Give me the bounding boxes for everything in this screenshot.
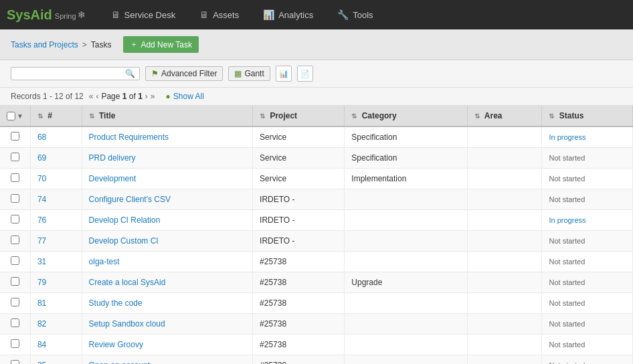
show-all-button[interactable]: ● Show All <box>166 92 204 101</box>
row-checkbox-cell[interactable] <box>0 148 30 169</box>
gantt-label: Gantt <box>244 69 264 78</box>
row-title[interactable]: Develop Custom CI <box>82 231 252 252</box>
row-checkbox[interactable] <box>11 298 19 306</box>
row-checkbox-cell[interactable] <box>0 314 30 335</box>
row-checkbox[interactable] <box>11 360 19 364</box>
next-page-button[interactable]: › <box>145 92 148 101</box>
row-id[interactable]: 69 <box>30 148 82 169</box>
row-title[interactable]: Develop CI Relation <box>82 210 252 231</box>
nav-label-analytics: Analytics <box>278 10 313 20</box>
row-id[interactable]: 82 <box>30 314 82 335</box>
add-new-task-button[interactable]: ＋ Add New Task <box>123 36 198 53</box>
row-checkbox[interactable] <box>11 194 19 203</box>
row-checkbox[interactable] <box>11 173 19 182</box>
nav-item-assets[interactable]: 🖥 Assets <box>187 0 251 29</box>
prev-page-button[interactable]: ‹ <box>96 92 98 101</box>
row-category: Implementation <box>345 169 468 189</box>
breadcrumb-separator: > <box>82 40 87 50</box>
row-title[interactable]: Review Groovy <box>82 335 252 355</box>
last-page-button[interactable]: » <box>151 92 155 101</box>
col-header-status[interactable]: ⇅ Status <box>542 106 633 126</box>
advanced-filter-button[interactable]: ⚑ Advanced Filter <box>145 66 223 81</box>
logo-spring: Spring <box>55 12 76 20</box>
row-id[interactable]: 74 <box>30 189 82 210</box>
nav-label-assets: Assets <box>213 10 239 20</box>
row-checkbox[interactable] <box>11 339 19 348</box>
row-title[interactable]: Product Requirements <box>82 126 252 148</box>
row-checkbox[interactable] <box>11 318 19 327</box>
logo[interactable]: SysAid Spring ❄ <box>7 7 86 23</box>
select-all-checkbox[interactable] <box>7 112 15 120</box>
row-id[interactable]: 31 <box>30 252 82 272</box>
nav-item-service-desk[interactable]: 🖥 Service Desk <box>99 0 188 29</box>
row-checkbox[interactable] <box>11 236 19 244</box>
service-desk-icon: 🖥 <box>111 9 120 20</box>
export-pdf-button[interactable]: 📄 <box>297 66 313 82</box>
gantt-icon: ▦ <box>234 69 242 78</box>
col-header-category[interactable]: ⇅ Category <box>345 106 468 126</box>
row-checkbox-cell[interactable] <box>0 272 30 293</box>
row-checkbox-cell[interactable] <box>0 126 30 148</box>
col-project-label: Project <box>270 111 297 120</box>
status-badge: In progress <box>549 133 585 141</box>
row-checkbox-cell[interactable] <box>0 231 30 252</box>
total-pages: 1 <box>138 92 143 101</box>
row-title[interactable]: Configure Client's CSV <box>82 189 252 210</box>
row-status: Not started <box>542 252 633 272</box>
row-category <box>345 252 468 272</box>
row-id[interactable]: 79 <box>30 272 82 293</box>
status-badge: Not started <box>549 341 585 349</box>
search-box[interactable]: 🔍 <box>11 67 140 80</box>
row-checkbox-cell[interactable] <box>0 210 30 231</box>
row-project: #25738 <box>253 252 345 272</box>
row-id[interactable]: 70 <box>30 169 82 189</box>
row-title[interactable]: Study the code <box>82 293 252 314</box>
pagination-bar: Records 1 - 12 of 12 « ‹ Page 1 of 1 › »… <box>0 88 633 106</box>
row-area <box>467 293 542 314</box>
row-id[interactable]: 77 <box>30 231 82 252</box>
col-header-project[interactable]: ⇅ Project <box>253 106 345 126</box>
top-navigation: SysAid Spring ❄ 🖥 Service Desk 🖥 Assets … <box>0 0 633 29</box>
breadcrumb-parent-link[interactable]: Tasks and Projects <box>11 40 78 50</box>
sort-title-icon: ⇅ <box>89 112 94 120</box>
row-checkbox[interactable] <box>11 132 19 141</box>
table-header-row: ▼ ⇅ # ⇅ Title ⇅ Project ⇅ Category <box>0 106 633 126</box>
row-area <box>467 231 542 252</box>
row-id[interactable]: 68 <box>30 126 82 148</box>
row-title[interactable]: PRD delivery <box>82 148 252 169</box>
row-id[interactable]: 84 <box>30 335 82 355</box>
col-category-label: Category <box>362 111 397 120</box>
row-area <box>467 189 542 210</box>
nav-item-tools[interactable]: 🔧 Tools <box>325 0 385 29</box>
row-checkbox[interactable] <box>11 215 19 223</box>
search-input[interactable] <box>15 69 122 78</box>
row-checkbox[interactable] <box>11 256 19 265</box>
row-id[interactable]: 76 <box>30 210 82 231</box>
col-header-title[interactable]: ⇅ Title <box>82 106 252 126</box>
row-checkbox-cell[interactable] <box>0 189 30 210</box>
nav-items: 🖥 Service Desk 🖥 Assets 📊 Analytics 🔧 To… <box>99 0 626 29</box>
row-checkbox[interactable] <box>11 153 19 161</box>
row-checkbox-cell[interactable] <box>0 169 30 189</box>
row-title[interactable]: olga-test <box>82 252 252 272</box>
row-id[interactable]: 25 <box>30 355 82 365</box>
row-title[interactable]: Open an account <box>82 355 252 365</box>
row-checkbox-cell[interactable] <box>0 335 30 355</box>
row-checkbox-cell[interactable] <box>0 252 30 272</box>
gantt-button[interactable]: ▦ Gantt <box>228 66 270 81</box>
nav-label-tools: Tools <box>353 10 373 20</box>
search-icon[interactable]: 🔍 <box>125 69 135 78</box>
row-title[interactable]: Setup Sandbox cloud <box>82 314 252 335</box>
row-title[interactable]: Development <box>82 169 252 189</box>
select-all-header[interactable]: ▼ <box>0 106 30 126</box>
nav-item-analytics[interactable]: 📊 Analytics <box>251 0 325 29</box>
col-header-area[interactable]: ⇅ Area <box>467 106 542 126</box>
export-xls-button[interactable]: 📊 <box>276 66 292 82</box>
row-id[interactable]: 81 <box>30 293 82 314</box>
col-header-num[interactable]: ⇅ # <box>30 106 82 126</box>
row-checkbox-cell[interactable] <box>0 355 30 365</box>
row-checkbox-cell[interactable] <box>0 293 30 314</box>
first-page-button[interactable]: « <box>89 92 94 101</box>
row-checkbox[interactable] <box>11 277 19 286</box>
row-title[interactable]: Create a local SysAid <box>82 272 252 293</box>
